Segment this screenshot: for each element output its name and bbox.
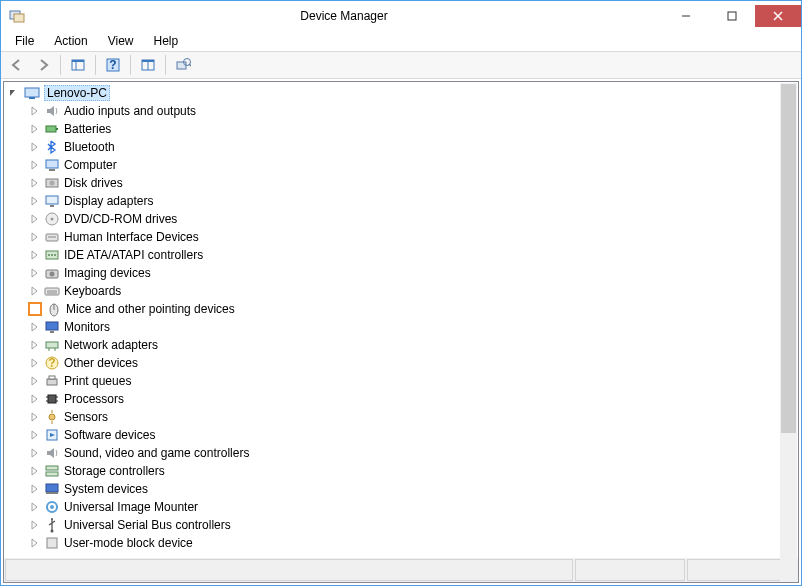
device-tree[interactable]: Lenovo-PC Audio inputs and outputsBatter…	[4, 82, 798, 558]
tree-category-label[interactable]: Mice and other pointing devices	[66, 302, 235, 316]
tree-root[interactable]: Lenovo-PC	[8, 84, 798, 102]
tree-category[interactable]: Batteries	[8, 120, 798, 138]
expand-icon[interactable]	[28, 159, 40, 171]
menu-file[interactable]: File	[7, 32, 42, 50]
tree-category-label[interactable]: Disk drives	[64, 176, 123, 190]
expand-icon[interactable]	[28, 501, 40, 513]
expand-icon[interactable]	[28, 285, 40, 297]
scan-hardware-button[interactable]	[171, 53, 195, 77]
menu-view[interactable]: View	[100, 32, 142, 50]
toolbar-separator	[130, 55, 131, 75]
tree-category-label[interactable]: Universal Image Mounter	[64, 500, 198, 514]
tree-category[interactable]: User-mode block device	[8, 534, 798, 552]
expand-icon[interactable]	[28, 177, 40, 189]
tree-category-label[interactable]: Monitors	[64, 320, 110, 334]
tree-category[interactable]: Sound, video and game controllers	[8, 444, 798, 462]
tree-category-label[interactable]: Sound, video and game controllers	[64, 446, 249, 460]
expand-icon[interactable]	[28, 447, 40, 459]
expand-icon[interactable]	[28, 195, 40, 207]
tree-category[interactable]: Storage controllers	[8, 462, 798, 480]
tree-category-label[interactable]: Sensors	[64, 410, 108, 424]
expand-icon[interactable]	[28, 483, 40, 495]
tree-category[interactable]: Processors	[8, 390, 798, 408]
tree-category-label[interactable]: User-mode block device	[64, 536, 193, 550]
tree-category-label[interactable]: DVD/CD-ROM drives	[64, 212, 177, 226]
tree-category[interactable]: Mice and other pointing devices	[8, 300, 798, 318]
tree-category-label[interactable]: Imaging devices	[64, 266, 151, 280]
menu-action[interactable]: Action	[46, 32, 95, 50]
scrollbar[interactable]	[780, 83, 797, 581]
expand-icon[interactable]	[28, 393, 40, 405]
svg-rect-17	[25, 88, 39, 97]
forward-button[interactable]	[31, 53, 55, 77]
expand-icon[interactable]	[28, 302, 42, 316]
expand-icon[interactable]	[28, 357, 40, 369]
expand-icon[interactable]	[28, 465, 40, 477]
expand-icon[interactable]	[28, 141, 40, 153]
tree-category-label[interactable]: Universal Serial Bus controllers	[64, 518, 231, 532]
close-button[interactable]	[755, 5, 801, 27]
tree-category[interactable]: IDE ATA/ATAPI controllers	[8, 246, 798, 264]
expand-icon[interactable]	[28, 519, 40, 531]
tree-category-label[interactable]: Display adapters	[64, 194, 153, 208]
toolbar-separator	[165, 55, 166, 75]
tree-category[interactable]: Audio inputs and outputs	[8, 102, 798, 120]
expand-icon[interactable]	[28, 249, 40, 261]
collapse-icon[interactable]	[8, 87, 20, 99]
tree-root-label[interactable]: Lenovo-PC	[44, 85, 110, 101]
tree-category[interactable]: System devices	[8, 480, 798, 498]
tree-category-label[interactable]: Software devices	[64, 428, 155, 442]
help-button[interactable]: ?	[101, 53, 125, 77]
expand-icon[interactable]	[28, 321, 40, 333]
tree-category[interactable]: Network adapters	[8, 336, 798, 354]
tree-category[interactable]: Keyboards	[8, 282, 798, 300]
menu-help[interactable]: Help	[146, 32, 187, 50]
tree-category[interactable]: Print queues	[8, 372, 798, 390]
tree-category[interactable]: Monitors	[8, 318, 798, 336]
tree-category-label[interactable]: IDE ATA/ATAPI controllers	[64, 248, 203, 262]
tree-category[interactable]: Human Interface Devices	[8, 228, 798, 246]
tree-category[interactable]: Computer	[8, 156, 798, 174]
tree-category-label[interactable]: Print queues	[64, 374, 131, 388]
properties-button[interactable]	[136, 53, 160, 77]
expand-icon[interactable]	[28, 375, 40, 387]
minimize-button[interactable]	[663, 5, 709, 27]
expand-icon[interactable]	[28, 339, 40, 351]
tree-category-label[interactable]: Computer	[64, 158, 117, 172]
svg-rect-43	[46, 322, 58, 330]
tree-category[interactable]: ?Other devices	[8, 354, 798, 372]
tree-category-label[interactable]: Storage controllers	[64, 464, 165, 478]
tree-category[interactable]: DVD/CD-ROM drives	[8, 210, 798, 228]
expand-icon[interactable]	[28, 429, 40, 441]
expand-icon[interactable]	[28, 411, 40, 423]
tree-category-label[interactable]: Keyboards	[64, 284, 121, 298]
expand-icon[interactable]	[28, 213, 40, 225]
tree-category[interactable]: Software devices	[8, 426, 798, 444]
expand-icon[interactable]	[28, 123, 40, 135]
tree-category[interactable]: Bluetooth	[8, 138, 798, 156]
tree-category[interactable]: Universal Serial Bus controllers	[8, 516, 798, 534]
maximize-button[interactable]	[709, 5, 755, 27]
tree-category[interactable]: Disk drives	[8, 174, 798, 192]
scrollbar-thumb[interactable]	[781, 84, 796, 433]
tree-category-label[interactable]: Batteries	[64, 122, 111, 136]
tree-category-label[interactable]: Audio inputs and outputs	[64, 104, 196, 118]
tree-category-label[interactable]: Processors	[64, 392, 124, 406]
tree-category-label[interactable]: Network adapters	[64, 338, 158, 352]
tree-category-label[interactable]: Bluetooth	[64, 140, 115, 154]
tree-category-label[interactable]: Other devices	[64, 356, 138, 370]
expand-icon[interactable]	[28, 231, 40, 243]
expand-icon[interactable]	[28, 267, 40, 279]
expand-icon[interactable]	[28, 105, 40, 117]
content-area: Lenovo-PC Audio inputs and outputsBatter…	[3, 81, 799, 583]
back-button[interactable]	[5, 53, 29, 77]
tree-category[interactable]: Imaging devices	[8, 264, 798, 282]
tree-category-label[interactable]: System devices	[64, 482, 148, 496]
tree-category[interactable]: Sensors	[8, 408, 798, 426]
tree-category[interactable]: Universal Image Mounter	[8, 498, 798, 516]
usb-icon	[44, 517, 60, 533]
tree-category[interactable]: Display adapters	[8, 192, 798, 210]
show-hide-tree-button[interactable]	[66, 53, 90, 77]
expand-icon[interactable]	[28, 537, 40, 549]
tree-category-label[interactable]: Human Interface Devices	[64, 230, 199, 244]
